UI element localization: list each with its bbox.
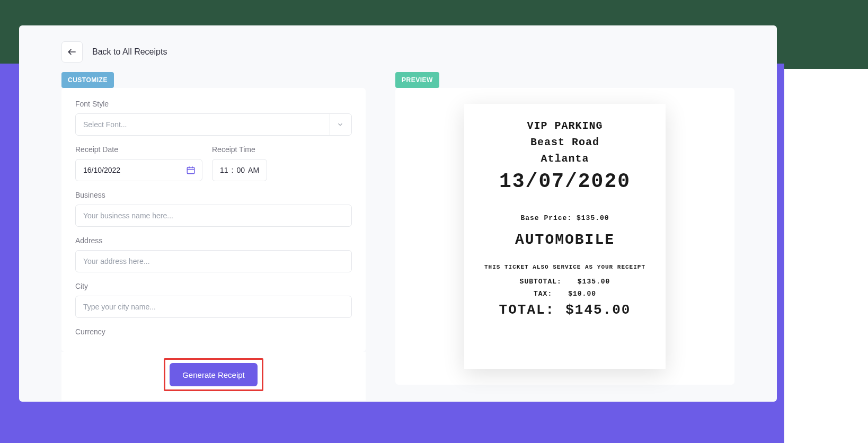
receipt-date-input[interactable]: 16/10/2022 xyxy=(75,159,202,181)
receipt-time-label: Receipt Time xyxy=(212,145,267,154)
total-value: $145.00 xyxy=(565,302,631,318)
back-button[interactable] xyxy=(61,41,83,63)
time-minute: 00 xyxy=(236,166,245,174)
generate-receipt-button[interactable]: Generate Receipt xyxy=(170,363,258,386)
business-label: Business xyxy=(75,191,352,199)
receipt-base-price: Base Price: $135.00 xyxy=(475,214,655,222)
app-window: Back to All Receipts CUSTOMIZE Font Styl… xyxy=(19,25,777,402)
footer-bar: Generate Receipt xyxy=(61,352,366,401)
svg-rect-1 xyxy=(187,167,194,174)
preview-tag: PREVIEW xyxy=(395,72,439,88)
header: Back to All Receipts xyxy=(19,25,777,72)
receipt-total-row: TOTAL: $145.00 xyxy=(475,302,655,318)
generate-highlight: Generate Receipt xyxy=(164,358,263,391)
receipt-note: THIS TICKET ALSO SERVICE AS YOUR RECEIPT xyxy=(475,264,655,270)
time-ampm: AM xyxy=(248,166,259,174)
receipt-preview: VIP PARKING Beast Road Atlanta 13/07/202… xyxy=(464,104,666,369)
address-input[interactable] xyxy=(75,250,352,272)
total-label: TOTAL: xyxy=(499,302,555,318)
tax-label: TAX: xyxy=(534,290,552,298)
subtotal-value: $135.00 xyxy=(578,278,610,286)
receipt-vehicle: AUTOMOBILE xyxy=(475,232,655,248)
receipt-date-label: Receipt Date xyxy=(75,145,202,154)
font-style-select[interactable]: Select Font... xyxy=(75,113,352,136)
receipt-tax-row: TAX: $10.00 xyxy=(475,290,655,298)
arrow-left-icon xyxy=(67,47,77,57)
time-sep: : xyxy=(232,166,234,174)
city-label: City xyxy=(75,282,352,290)
receipt-time-input[interactable]: 11 : 00 AM xyxy=(212,159,267,181)
calendar-icon xyxy=(186,165,196,175)
receipt-title: VIP PARKING xyxy=(475,120,655,132)
back-label: Back to All Receipts xyxy=(92,47,167,57)
receipt-date-value: 16/10/2022 xyxy=(83,166,120,174)
currency-label: Currency xyxy=(75,327,352,336)
preview-panel: VIP PARKING Beast Road Atlanta 13/07/202… xyxy=(395,88,734,385)
receipt-street: Beast Road xyxy=(475,136,655,148)
receipt-city: Atlanta xyxy=(475,153,655,165)
font-style-placeholder: Select Font... xyxy=(83,120,127,129)
business-input[interactable] xyxy=(75,205,352,227)
customize-panel: Font Style Select Font... R xyxy=(61,88,366,352)
receipt-subtotal-row: SUBTOTAL: $135.00 xyxy=(475,278,655,286)
receipt-date: 13/07/2020 xyxy=(475,170,655,193)
subtotal-label: SUBTOTAL: xyxy=(520,278,562,286)
chevron-down-icon xyxy=(336,121,344,128)
city-input[interactable] xyxy=(75,296,352,318)
time-hour: 11 xyxy=(220,166,228,174)
customize-tag: CUSTOMIZE xyxy=(61,72,114,88)
address-label: Address xyxy=(75,236,352,245)
tax-value: $10.00 xyxy=(568,290,596,298)
font-style-label: Font Style xyxy=(75,100,352,108)
